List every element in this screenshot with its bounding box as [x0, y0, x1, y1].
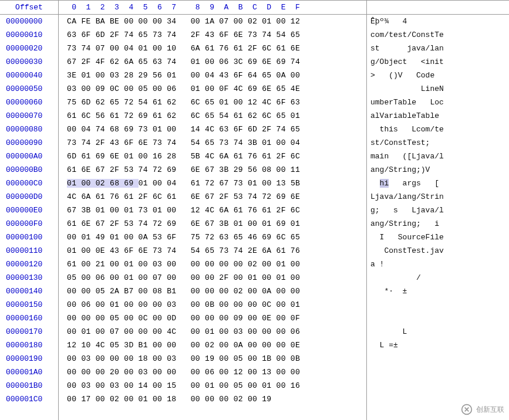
hex-row[interactable]: 03 00 09 0C 00 05 00 06 01 00 0F 4C 69 6…	[59, 82, 366, 96]
hex-row[interactable]: 61 00 21 00 01 00 03 00 00 00 00 00 02 0…	[59, 258, 366, 271]
hex-row[interactable]: 00 00 00 20 00 03 00 00 00 06 00 12 00 1…	[59, 365, 366, 379]
ascii-row[interactable]: main ([Ljava/l	[367, 150, 509, 163]
hex-row[interactable]: 05 00 06 00 01 00 07 00 00 00 2F 00 01 0…	[59, 271, 366, 284]
hex-row[interactable]: 01 00 02 68 69 01 00 04 61 72 67 73 01 0…	[59, 177, 366, 190]
offset-cell: 00000080	[0, 123, 58, 136]
ascii-row[interactable]: L =±	[367, 338, 509, 352]
hex-row[interactable]: 00 01 49 01 00 0A 53 6F 75 72 63 65 46 6…	[59, 231, 366, 244]
offset-cell: 00000010	[0, 28, 58, 42]
hex-row[interactable]: 75 6D 62 65 72 54 61 62 6C 65 01 00 12 4…	[59, 96, 366, 109]
hex-row[interactable]: 61 6E 67 2F 53 74 72 69 6E 67 3B 29 56 0…	[59, 163, 366, 177]
ascii-row[interactable]: L	[367, 325, 509, 338]
hex-row[interactable]: 12 10 4C 05 3D B1 00 00 00 02 00 0A 00 0…	[59, 338, 366, 352]
ascii-row[interactable]: g; s Ljava/l	[367, 204, 509, 217]
offset-cell: 000000D0	[0, 190, 58, 204]
hex-row[interactable]: 00 06 00 01 00 00 00 03 00 0B 00 00 00 0…	[59, 298, 366, 311]
offset-cell: 000000A0	[0, 150, 58, 163]
offset-cell: 00000040	[0, 69, 58, 82]
offset-cell: 000001C0	[0, 392, 58, 406]
hex-row[interactable]: 61 6E 67 2F 53 74 72 69 6E 67 3B 01 00 0…	[59, 217, 366, 231]
offset-cell: 00000110	[0, 244, 58, 258]
ascii-row[interactable]: g/Object <init	[367, 55, 509, 69]
ascii-header	[367, 1, 509, 15]
offset-header-label: Offset	[0, 1, 58, 15]
hex-row[interactable]: 73 74 2F 43 6F 6E 73 74 54 65 73 74 3B 0…	[59, 136, 366, 150]
ascii-row[interactable]: *· ±	[367, 284, 509, 298]
hex-row[interactable]: 00 03 00 03 00 14 00 15 00 01 00 05 00 0…	[59, 379, 366, 392]
ascii-row[interactable]	[367, 392, 509, 406]
ascii-row[interactable]: this Lcom/te	[367, 123, 509, 136]
hex-row[interactable]: 61 6C 56 61 72 69 61 62 6C 65 54 61 62 6…	[59, 109, 366, 123]
ascii-row[interactable]	[367, 379, 509, 392]
offset-cell: 000001B0	[0, 379, 58, 392]
offset-cell: 00000050	[0, 82, 58, 96]
hex-row[interactable]: 73 74 07 00 04 01 00 10 6A 61 76 61 2F 6…	[59, 42, 366, 55]
ascii-row[interactable]	[367, 365, 509, 379]
hex-row[interactable]: 00 01 00 07 00 00 00 4C 00 01 00 03 00 0…	[59, 325, 366, 338]
hex-row[interactable]: 00 04 74 68 69 73 01 00 14 4C 63 6F 6D 2…	[59, 123, 366, 136]
offset-cell: 00000140	[0, 284, 58, 298]
ascii-row[interactable]: ConstTest.jav	[367, 244, 509, 258]
ascii-row[interactable]: ang/String;)V	[367, 163, 509, 177]
ascii-body: Êþº¾ 4 com/test/ConstTest java/lang/Obje…	[367, 15, 509, 406]
offset-cell: 000001A0	[0, 365, 58, 379]
offset-cell: 00000150	[0, 298, 58, 311]
ascii-row[interactable]: st/ConstTest;	[367, 136, 509, 150]
ascii-row[interactable]: /	[367, 271, 509, 284]
hex-column: 0 1 2 3 4 5 6 7 8 9 A B C D E F CA FE BA…	[59, 1, 367, 420]
hex-viewer: Offset 000000000000001000000020000000300…	[0, 0, 509, 420]
ascii-row[interactable]: I SourceFile	[367, 231, 509, 244]
offset-cell: 00000130	[0, 271, 58, 284]
offset-cell: 00000160	[0, 311, 58, 325]
offset-cell: 00000060	[0, 96, 58, 109]
offset-cell: 00000180	[0, 338, 58, 352]
hex-row[interactable]: 00 00 00 05 00 0C 00 0D 00 00 00 09 00 0…	[59, 311, 366, 325]
ascii-row[interactable]: LineN	[367, 82, 509, 96]
offset-cell: 00000100	[0, 231, 58, 244]
offset-cell: 000000C0	[0, 177, 58, 190]
hex-row[interactable]: 00 17 00 02 00 01 00 18 00 00 00 02 00 1…	[59, 392, 366, 406]
hex-row[interactable]: CA FE BA BE 00 00 00 34 00 1A 07 00 02 0…	[59, 15, 366, 28]
offset-cell: 00000120	[0, 258, 58, 271]
hex-row[interactable]: 00 00 05 2A B7 00 08 B1 00 00 00 02 00 0…	[59, 284, 366, 298]
ascii-row[interactable]: hi args [	[367, 177, 509, 190]
hex-column-header: 0 1 2 3 4 5 6 7 8 9 A B C D E F	[59, 1, 366, 15]
hex-row[interactable]: 63 6F 6D 2F 74 65 73 74 2F 43 6F 6E 73 7…	[59, 28, 366, 42]
ascii-column: Êþº¾ 4 com/test/ConstTest java/lang/Obje…	[367, 1, 509, 420]
ascii-row[interactable]: a !	[367, 258, 509, 271]
offset-cell: 00000020	[0, 42, 58, 55]
ascii-row[interactable]	[367, 352, 509, 365]
ascii-row[interactable]: Ljava/lang/Strin	[367, 190, 509, 204]
offset-cell: 00000070	[0, 109, 58, 123]
offset-cell: 000000E0	[0, 204, 58, 217]
offset-body: 0000000000000010000000200000003000000040…	[0, 15, 58, 406]
offset-cell: 00000000	[0, 15, 58, 28]
hex-body: CA FE BA BE 00 00 00 34 00 1A 07 00 02 0…	[59, 15, 366, 406]
ascii-row[interactable]: com/test/ConstTe	[367, 28, 509, 42]
ascii-row[interactable]	[367, 311, 509, 325]
offset-cell: 00000090	[0, 136, 58, 150]
ascii-row[interactable]: umberTable Loc	[367, 96, 509, 109]
hex-row[interactable]: 00 03 00 00 00 18 00 03 00 19 00 05 00 1…	[59, 352, 366, 365]
hex-row[interactable]: 67 2F 4F 62 6A 65 63 74 01 00 06 3C 69 6…	[59, 55, 366, 69]
ascii-row[interactable]: alVariableTable	[367, 109, 509, 123]
offset-cell: 00000030	[0, 55, 58, 69]
hex-row[interactable]: 67 3B 01 00 01 73 01 00 12 4C 6A 61 76 6…	[59, 204, 366, 217]
offset-cell: 00000190	[0, 352, 58, 365]
ascii-row[interactable]	[367, 298, 509, 311]
offset-cell: 000000F0	[0, 217, 58, 231]
hex-row[interactable]: 4C 6A 61 76 61 2F 6C 61 6E 67 2F 53 74 7…	[59, 190, 366, 204]
hex-row[interactable]: 01 00 0E 43 6F 6E 73 74 54 65 73 74 2E 6…	[59, 244, 366, 258]
hex-row[interactable]: 6D 61 69 6E 01 00 16 28 5B 4C 6A 61 76 6…	[59, 150, 366, 163]
hex-row[interactable]: 3E 01 00 03 28 29 56 01 00 04 43 6F 64 6…	[59, 69, 366, 82]
ascii-row[interactable]: Êþº¾ 4	[367, 15, 509, 28]
ascii-row[interactable]: st java/lan	[367, 42, 509, 55]
ascii-row[interactable]: ang/String; i	[367, 217, 509, 231]
offset-column: Offset 000000000000001000000020000000300…	[0, 1, 59, 420]
ascii-row[interactable]: > ()V Code	[367, 69, 509, 82]
offset-cell: 00000170	[0, 325, 58, 338]
offset-cell: 000000B0	[0, 163, 58, 177]
